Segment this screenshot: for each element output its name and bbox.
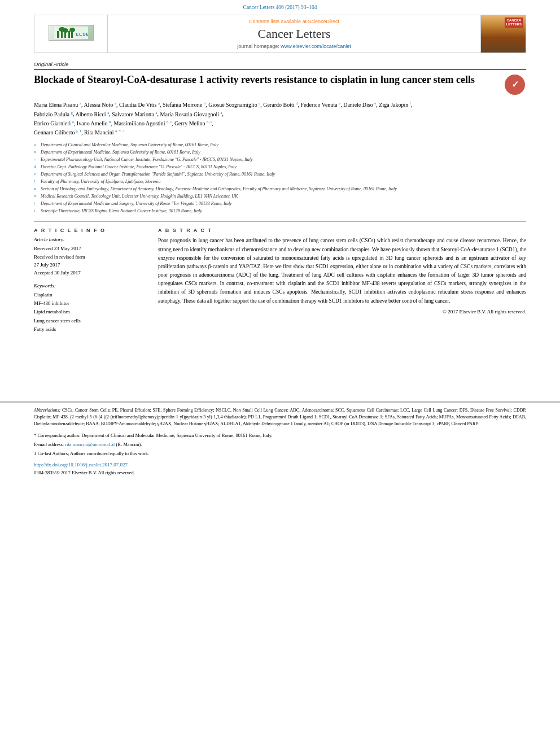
author: Enrico Giarnieri a <box>34 120 74 126</box>
article-title-section: Blockade of Stearoyl-CoA-desaturase 1 ac… <box>34 73 526 96</box>
empty-space <box>34 334 526 379</box>
keyword-lung-cscs: Lung cancer stem cells <box>34 317 147 325</box>
affiliation-c: cExperimental Pharmacology Unit, Nationa… <box>34 156 526 163</box>
received-date: Received 23 May 2017 <box>34 244 147 252</box>
keywords-section: Keywords: Cisplatin MF-438 inhibitor Lip… <box>34 283 147 334</box>
article-type: Original Article <box>34 61 526 70</box>
keyword-lipid: Lipid metabolism <box>34 308 147 316</box>
abbreviations-text: CSCs, Cancer Stem Cells; PE, Pleural Eff… <box>34 408 526 426</box>
journal-title: Cancer Letters <box>258 27 331 41</box>
author: Claudia De Vitis a <box>119 102 160 108</box>
article-history-label: Article history: <box>34 237 147 242</box>
authors-list: Maria Elena Pisanu a, Alessia Noto a, Cl… <box>34 101 526 137</box>
affiliation-b: bDepartment of Experimental Medicine, Sa… <box>34 149 526 156</box>
journal-header-center: Contents lists available at ScienceDirec… <box>108 15 480 53</box>
author: Ivano Amelio h <box>77 120 111 126</box>
keyword-mf438: MF-438 inhibitor <box>34 299 147 308</box>
abbreviations-label: Abbreviations: <box>34 408 60 413</box>
svg-rect-1 <box>57 31 59 38</box>
svg-point-8 <box>69 28 75 32</box>
author: Giosuè Scognamiglio c <box>208 102 260 108</box>
author: Massimiliano Agostini h, i <box>114 120 172 126</box>
page: Cancer Letters 406 (2017) 93–104 <box>0 0 560 747</box>
elsevier-logo-image: ELSEVIER <box>49 25 94 41</box>
journal-badge: CANCERLETTERS <box>505 18 523 28</box>
author: Maria Rosaria Giovagnoli a <box>160 111 222 117</box>
author: Alberto Ricci a <box>76 111 110 117</box>
elsevier-logo: ELSEVIER <box>49 25 94 43</box>
svg-point-5 <box>63 28 68 33</box>
svg-text:ELSEVIER: ELSEVIER <box>76 32 88 37</box>
affiliation-d: dDirector Dept. Pathology National Cance… <box>34 164 526 171</box>
keyword-fatty-acids: Fatty acids <box>34 325 147 334</box>
keyword-cisplatin: Cisplatin <box>34 291 147 299</box>
affiliation-h: hMedical Research Council, Toxicology Un… <box>34 193 526 200</box>
author: Federico Venuta e <box>301 102 341 108</box>
svg-rect-6 <box>68 31 70 38</box>
corresponding-author: * Corresponding author. Department of Cl… <box>34 432 526 439</box>
article-info-heading: A R T I C L E I N F O <box>34 228 147 233</box>
footnotes-section: Abbreviations: CSCs, Cancer Stem Cells; … <box>0 401 560 475</box>
article-content: Original Article Blockade of Stearoyl-Co… <box>0 55 560 385</box>
affiliation-j: jScientific Directorate, IRCSS Regina El… <box>34 208 526 215</box>
journal-citation: Cancer Letters 406 (2017) 93–104 <box>0 0 560 12</box>
author: Gennaro Ciliberto j, 1 <box>34 129 81 136</box>
affiliation-g: gSection of Histology and Embryology, De… <box>34 186 526 193</box>
email-footnote: E-mail address: rita.mancini@uniroma1.it… <box>34 441 526 448</box>
journal-header: ELSEVIER Contents lists available at Sci… <box>34 15 526 53</box>
cover-thumbnail: CANCERLETTERS <box>481 15 526 53</box>
affiliation-f: fFaculty of Pharmacy, University of Ljub… <box>34 178 526 185</box>
elsevier-logo-section: ELSEVIER <box>34 15 108 53</box>
article-info-column: A R T I C L E I N F O Article history: R… <box>34 228 147 334</box>
journal-cover-image: CANCERLETTERS <box>480 15 526 53</box>
abstract-text: Poor prognosis in lung cancer has been a… <box>158 237 526 305</box>
abstract-column: A B S T R A C T Poor prognosis in lung c… <box>158 228 526 334</box>
co-last-authors: 1 Co-last Authors; Authors contributed e… <box>34 450 526 457</box>
author: Gerardo Botti d <box>263 102 298 108</box>
author: Rita Mancini a, *, 1 <box>84 129 125 136</box>
affiliation-a: aDepartment of Clinical and Molecular Me… <box>34 142 526 148</box>
author: Gerry Melino h, i <box>174 120 212 126</box>
svg-text:✓: ✓ <box>511 80 519 89</box>
copyright: © 2017 Elsevier B.V. All rights reserved… <box>158 309 526 314</box>
author: Salvatore Mariotta a <box>112 111 157 117</box>
article-info-abstract: A R T I C L E I N F O Article history: R… <box>34 221 526 334</box>
issn-line: 0304-3835/© 2017 Elsevier B.V. All right… <box>34 470 526 475</box>
affiliation-e: eDepartment of Surgical Sciences and Org… <box>34 171 526 178</box>
keywords-label: Keywords: <box>34 283 147 289</box>
author: Fabrizio Padula g <box>34 111 73 117</box>
crossmark-icon[interactable]: ✓ <box>504 73 526 96</box>
author: Maria Elena Pisanu a <box>34 102 81 108</box>
abstract-heading: A B S T R A C T <box>158 228 526 233</box>
affiliations-list: aDepartment of Clinical and Molecular Me… <box>34 142 526 215</box>
accepted-date: Accepted 30 July 2017 <box>34 269 147 277</box>
author: Stefania Morrone b <box>163 102 205 108</box>
affiliation-i: iDepartment of Experimental Medicine and… <box>34 200 526 207</box>
abbreviations: Abbreviations: CSCs, Cancer Stem Cells; … <box>34 407 526 427</box>
author: Ziga Jakopin f <box>379 102 411 108</box>
author: Alessia Noto a <box>84 102 116 108</box>
article-title: Blockade of Stearoyl-CoA-desaturase 1 ac… <box>34 73 504 86</box>
doi-link[interactable]: http://dx.doi.org/10.1016/j.canlet.2017.… <box>34 462 526 468</box>
author: Daniele Diso e <box>343 102 376 108</box>
received-revised-label: Received in revised form <box>34 253 147 261</box>
sciencedirect-link: Contents lists available at ScienceDirec… <box>249 19 339 24</box>
email-link[interactable]: rita.mancini@uniroma1.it <box>65 442 115 447</box>
revised-date: 27 July 2017 <box>34 261 147 269</box>
journal-homepage: journal homepage: www.elsevier.com/locat… <box>237 43 351 49</box>
